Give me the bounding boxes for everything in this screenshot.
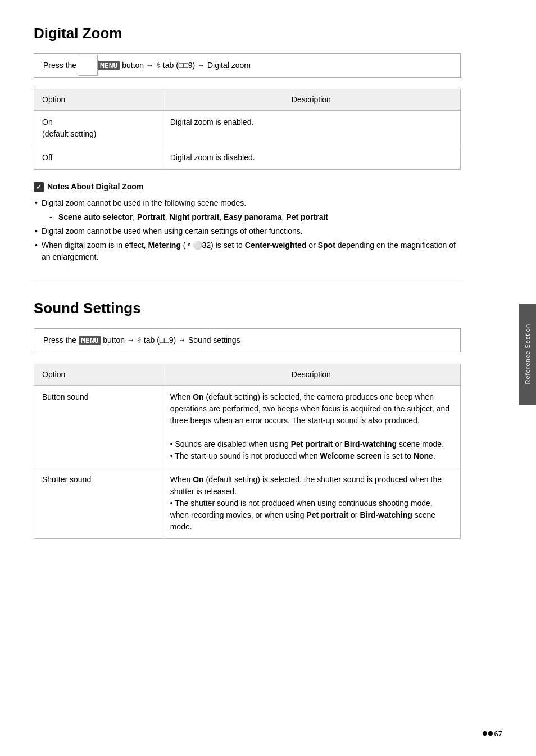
option-off: Off bbox=[34, 146, 162, 170]
desc-on: Digital zoom is enabled. bbox=[162, 111, 460, 146]
pet-portrait: Pet portrait bbox=[286, 212, 328, 221]
metering-icon-ref: (⚬⚪32) bbox=[183, 241, 214, 250]
sound-settings-nav: Press the MENU button → ⚕ tab (□□9) → So… bbox=[34, 328, 461, 352]
reference-sidebar-label: Reference Section bbox=[523, 324, 533, 384]
center-weighted-term: Center-weighted bbox=[245, 241, 307, 250]
spot-term: Spot bbox=[318, 241, 335, 250]
desc-shutter-sound: When On (default setting) is selected, t… bbox=[162, 468, 460, 539]
desc-button-sound: When On (default setting) is selected, t… bbox=[162, 386, 460, 468]
section-divider bbox=[34, 280, 461, 280]
on-bold-2: On bbox=[193, 475, 203, 484]
digital-zoom-nav: Press the MENU button → ⚕ tab (□□9) → Di… bbox=[34, 53, 461, 78]
table-row: Shutter sound When On (default setting) … bbox=[34, 468, 461, 539]
digital-zoom-notes: ✓ Notes About Digital Zoom Digital zoom … bbox=[34, 181, 461, 263]
notes-icon: ✓ bbox=[34, 182, 44, 192]
nav-destination-sound: Sound settings bbox=[188, 336, 240, 345]
menu-word-digital: MENU bbox=[98, 61, 120, 70]
bullet-dot-2 bbox=[488, 731, 493, 736]
col-header-option-digital: Option bbox=[34, 89, 162, 111]
scene-selector: Scene auto selector bbox=[58, 212, 133, 221]
option-shutter-sound: Shutter sound bbox=[34, 468, 162, 539]
desc-off: Digital zoom is disabled. bbox=[162, 146, 460, 170]
page-footer: 67 bbox=[483, 728, 502, 740]
nav-text-before: Press the bbox=[43, 61, 76, 70]
nav-arrow2-sound: → bbox=[178, 336, 186, 345]
nav-tab-digital: ⚕ tab (□□9) bbox=[156, 61, 197, 70]
option-on: On(default setting) bbox=[34, 111, 162, 146]
pet-portrait-bold-2: Pet portrait bbox=[306, 510, 348, 519]
sound-settings-table: Option Description Button sound When On … bbox=[34, 364, 461, 539]
nav-text-after: button bbox=[122, 61, 146, 70]
col-header-desc-digital: Description bbox=[162, 89, 460, 111]
digital-zoom-table: Option Description On(default setting) D… bbox=[34, 89, 461, 170]
notes-list-digital: Digital zoom cannot be used in the follo… bbox=[34, 197, 461, 263]
note-sublist-1: Scene auto selector, Portrait, Night por… bbox=[42, 211, 461, 223]
nav-text-after-sound: button bbox=[103, 336, 127, 345]
reference-sidebar: Reference Section bbox=[519, 304, 536, 405]
table-row: Button sound When On (default setting) i… bbox=[34, 386, 461, 468]
notes-heading: Notes About Digital Zoom bbox=[47, 181, 143, 193]
bullet-dot-1 bbox=[483, 731, 487, 736]
digital-zoom-section: Digital Zoom Press the MENU button → ⚕ t… bbox=[34, 22, 461, 263]
bird-watching-bold: Bird-watching bbox=[344, 440, 397, 449]
easy-panorama: Easy panorama bbox=[224, 212, 282, 221]
pet-portrait-bold: Pet portrait bbox=[291, 440, 333, 449]
note-item-2: Digital zoom cannot be used when using c… bbox=[34, 225, 461, 237]
night-portrait: Night portrait bbox=[170, 212, 220, 221]
portrait: Portrait bbox=[137, 212, 165, 221]
sound-settings-section: Sound Settings Press the MENU button → ⚕… bbox=[34, 297, 461, 539]
bird-watching-bold-2: Bird-watching bbox=[360, 510, 412, 519]
on-bold-1: On bbox=[193, 392, 203, 401]
notes-title-digital: ✓ Notes About Digital Zoom bbox=[34, 181, 461, 193]
note-item-3: When digital zoom is in effect, Metering… bbox=[34, 239, 461, 263]
sound-settings-title: Sound Settings bbox=[34, 297, 461, 319]
digital-zoom-title: Digital Zoom bbox=[34, 22, 461, 44]
table-row: Off Digital zoom is disabled. bbox=[34, 146, 461, 170]
nav-destination-digital: Digital zoom bbox=[207, 61, 251, 70]
metering-term: Metering bbox=[148, 241, 181, 250]
option-button-sound: Button sound bbox=[34, 386, 162, 468]
nav-arrow1-sound: → bbox=[127, 336, 135, 345]
col-header-desc-sound: Description bbox=[162, 364, 460, 386]
page-icon bbox=[483, 731, 493, 736]
page-number: 67 bbox=[494, 728, 502, 740]
nav-arrow2-digital: → bbox=[197, 61, 205, 70]
table-row: On(default setting) Digital zoom is enab… bbox=[34, 111, 461, 146]
nav-tab-sound: ⚕ tab (□□9) bbox=[137, 336, 178, 345]
note-subitem-1: Scene auto selector, Portrait, Night por… bbox=[49, 211, 461, 223]
menu-word-sound: MENU bbox=[79, 336, 101, 345]
col-header-option-sound: Option bbox=[34, 364, 162, 386]
nav-arrow1-digital: → bbox=[146, 61, 154, 70]
welcome-screen-bold: Welcome screen bbox=[320, 451, 382, 460]
none-bold: None bbox=[414, 451, 433, 460]
note-item-1: Digital zoom cannot be used in the follo… bbox=[34, 197, 461, 223]
nav-text-before-sound: Press the bbox=[43, 336, 79, 345]
